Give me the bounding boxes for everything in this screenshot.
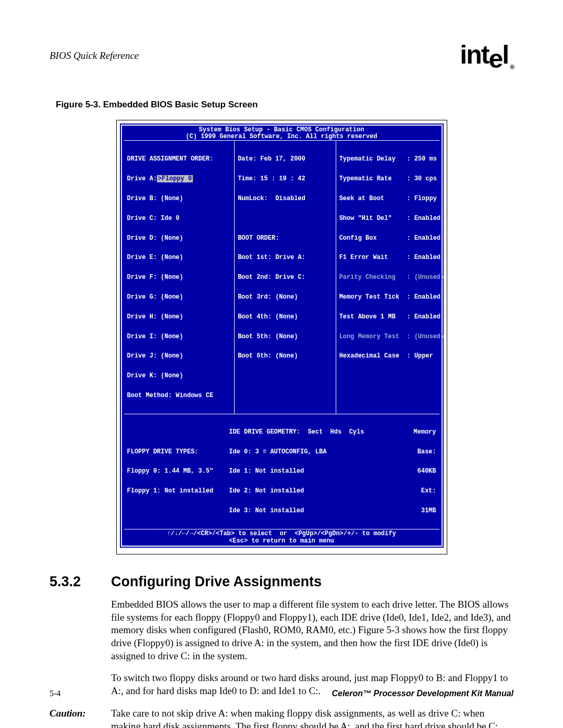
boot-order-heading: BOOT ORDER: bbox=[238, 235, 333, 242]
boot-6th[interactable]: Boot 6th: (None) bbox=[238, 353, 333, 360]
section-body: Embedded BIOS allows the user to map a d… bbox=[111, 598, 513, 698]
running-title: BIOS Quick Reference bbox=[50, 50, 139, 63]
floppy-types: FLOPPY DRIVE TYPES: Floppy 0: 1.44 MB, 3… bbox=[127, 416, 229, 527]
bios-bottom-row: FLOPPY DRIVE TYPES: Floppy 0: 1.44 MB, 3… bbox=[124, 414, 439, 529]
memory-ext-value: 31MB bbox=[364, 508, 436, 514]
memory-base-value: 640KB bbox=[364, 468, 436, 475]
drive-a[interactable]: Drive A:>Floppy 0 bbox=[127, 176, 231, 182]
drive-h[interactable]: Drive H: (None) bbox=[127, 314, 231, 320]
bios-help-line-2: <Esc> to return to main menu bbox=[124, 538, 439, 545]
page-number: 5-4 bbox=[50, 688, 60, 699]
bios-col-date-boot: Date: Feb 17, 2000 Time: 15 : 19 : 42 Nu… bbox=[234, 141, 336, 413]
typematic-delay[interactable]: Typematic Delay : 250 ms bbox=[339, 156, 445, 163]
figure-caption: Figure 5-3. Embedded BIOS Basic Setup Sc… bbox=[56, 99, 513, 110]
section-heading: 5.3.2Configuring Drive Assignments bbox=[50, 573, 513, 591]
config-box[interactable]: Config Box : Enabled bbox=[339, 235, 445, 242]
bios-help-line-1: ↑/↓/←/→/<CR>/<Tab> to select or <PgUp>/<… bbox=[124, 529, 439, 538]
bios-screen: System Bios Setup - Basic CMOS Configura… bbox=[121, 125, 443, 547]
drive-e[interactable]: Drive E: (None) bbox=[127, 254, 231, 261]
bios-date[interactable]: Date: Feb 17, 2000 bbox=[238, 156, 333, 163]
drive-i[interactable]: Drive I: (None) bbox=[127, 334, 231, 340]
section-number: 5.3.2 bbox=[50, 573, 111, 591]
bios-title: System Bios Setup - Basic CMOS Configura… bbox=[124, 127, 439, 133]
memory-label: Memory bbox=[364, 429, 436, 436]
ide-geometry: IDE DRIVE GEOMETRY: Sect Hds Cyls Ide 0:… bbox=[229, 416, 364, 527]
caution-text: Take care to not skip drive A: when maki… bbox=[111, 707, 513, 728]
drive-f[interactable]: Drive F: (None) bbox=[127, 274, 231, 281]
section-para-1: Embedded BIOS allows the user to map a d… bbox=[111, 598, 513, 662]
drive-k[interactable]: Drive K: (None) bbox=[127, 373, 231, 379]
manual-title: Celeron™ Processor Development Kit Manua… bbox=[332, 688, 513, 699]
boot-2nd[interactable]: Boot 2nd: Drive C: bbox=[238, 274, 333, 281]
ide-heading: IDE DRIVE GEOMETRY: Sect Hds Cyls bbox=[229, 429, 364, 436]
floppy-0[interactable]: Floppy 0: 1.44 MB, 3.5" bbox=[127, 468, 229, 475]
drive-a-selection[interactable]: >Floppy 0 bbox=[157, 175, 193, 182]
caution-block: Caution: Take care to not skip drive A: … bbox=[50, 707, 513, 728]
ide-0[interactable]: Ide 0: 3 = AUTOCONFIG, LBA bbox=[229, 449, 364, 455]
drive-order-heading: DRIVE ASSIGNMENT ORDER: bbox=[127, 156, 231, 163]
seek-at-boot[interactable]: Seek at Boot : Floppy bbox=[339, 195, 445, 202]
bios-numlock[interactable]: NumLock: Disabled bbox=[238, 195, 333, 202]
ide-1[interactable]: Ide 1: Not installed bbox=[229, 468, 364, 475]
memory-base-label: Base: bbox=[364, 449, 436, 455]
memory-ext-label: Ext: bbox=[364, 488, 436, 495]
typematic-rate[interactable]: Typematic Rate : 30 cps bbox=[339, 176, 445, 182]
boot-5th[interactable]: Boot 5th: (None) bbox=[238, 334, 333, 340]
drive-c[interactable]: Drive C: Ide 0 bbox=[127, 215, 231, 222]
floppy-1[interactable]: Floppy 1: Not installed bbox=[127, 488, 229, 495]
long-memory-test[interactable]: Long Memory Test : (Unused) bbox=[339, 334, 445, 340]
boot-1st[interactable]: Boot 1st: Drive A: bbox=[238, 254, 333, 261]
floppy-heading: FLOPPY DRIVE TYPES: bbox=[127, 449, 229, 455]
drive-j[interactable]: Drive J: (None) bbox=[127, 353, 231, 360]
boot-3rd[interactable]: Boot 3rd: (None) bbox=[238, 294, 333, 301]
memory-test-tick[interactable]: Memory Test Tick : Enabled bbox=[339, 294, 445, 301]
bios-figure-frame: System Bios Setup - Basic CMOS Configura… bbox=[116, 120, 447, 554]
drive-g[interactable]: Drive G: (None) bbox=[127, 294, 231, 301]
bios-time[interactable]: Time: 15 : 19 : 42 bbox=[238, 176, 333, 182]
parity-checking[interactable]: Parity Checking : (Unused) bbox=[339, 274, 445, 281]
intel-logo: intel® bbox=[460, 42, 513, 70]
page: BIOS Quick Reference intel® Figure 5-3. … bbox=[0, 0, 563, 728]
show-hit-del[interactable]: Show "Hit Del" : Enabled bbox=[339, 215, 445, 222]
test-above-1mb[interactable]: Test Above 1 MB : Enabled bbox=[339, 314, 445, 320]
section-title: Configuring Drive Assignments bbox=[111, 574, 322, 589]
running-header: BIOS Quick Reference intel® bbox=[50, 42, 513, 70]
drive-b[interactable]: Drive B: (None) bbox=[127, 195, 231, 202]
bios-divider bbox=[124, 140, 439, 141]
boot-method[interactable]: Boot Method: Windows CE bbox=[127, 392, 231, 399]
bios-col-drives: DRIVE ASSIGNMENT ORDER: Drive A:>Floppy … bbox=[124, 141, 235, 413]
ide-2[interactable]: Ide 2: Not installed bbox=[229, 488, 364, 495]
hex-case[interactable]: Hexadecimal Case : Upper bbox=[339, 353, 445, 360]
caution-label: Caution: bbox=[50, 707, 111, 728]
boot-4th[interactable]: Boot 4th: (None) bbox=[238, 314, 333, 320]
bios-copyright: (C) 1999 General Software, Inc. All righ… bbox=[124, 133, 439, 140]
bios-columns: DRIVE ASSIGNMENT ORDER: Drive A:>Floppy … bbox=[124, 141, 439, 413]
drive-d[interactable]: Drive D: (None) bbox=[127, 235, 231, 242]
bios-col-settings: Typematic Delay : 250 ms Typematic Rate … bbox=[336, 141, 448, 413]
page-footer: 5-4 Celeron™ Processor Development Kit M… bbox=[50, 688, 513, 699]
ide-3[interactable]: Ide 3: Not installed bbox=[229, 508, 364, 514]
memory-summary: Memory Base: 640KB Ext: 31MB bbox=[364, 416, 436, 527]
f1-error-wait[interactable]: F1 Error Wait : Enabled bbox=[339, 254, 445, 261]
